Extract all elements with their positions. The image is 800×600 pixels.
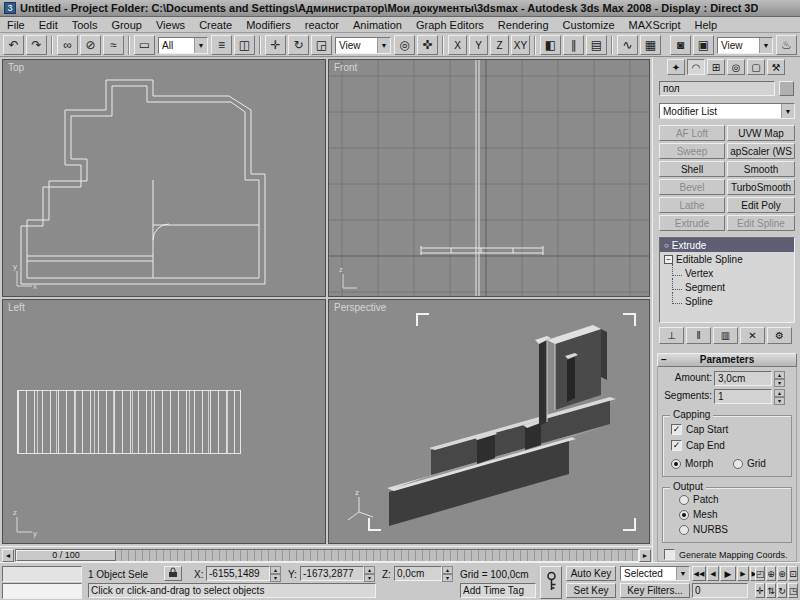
modifier-button-turbosmooth[interactable]: TurboSmooth <box>727 179 795 195</box>
arc-rotate-button[interactable]: ↻ <box>777 583 787 598</box>
modifier-button-edit-poly[interactable]: Edit Poly <box>727 197 795 213</box>
menu-views[interactable]: Views <box>149 19 192 31</box>
tab-modify[interactable]: ◠ <box>687 59 705 75</box>
z-coord-spinner[interactable]: ▴▾ <box>442 566 453 581</box>
selection-lock-button[interactable] <box>164 566 182 581</box>
menu-file[interactable]: File <box>0 19 32 31</box>
window-crossing-button[interactable]: ◫ <box>234 35 255 55</box>
nurbs-radio-row[interactable]: NURBS <box>679 524 728 535</box>
tab-display[interactable]: ▢ <box>747 59 765 75</box>
stack-item-extrude[interactable]: ○ Extrude <box>660 238 794 252</box>
z-coord-field[interactable]: 0,0cm <box>394 566 442 581</box>
rectangular-region-button[interactable]: ▭ <box>134 35 155 55</box>
pivot-center-button[interactable]: ◎ <box>394 35 415 55</box>
render-setup-button[interactable]: ▣ <box>693 35 714 55</box>
zoom-all-button[interactable]: ⊛ <box>777 566 787 581</box>
menu-rendering[interactable]: Rendering <box>491 19 556 31</box>
generate-mapping-checkbox[interactable] <box>664 549 675 560</box>
modifier-button-edit-spline[interactable]: Edit Spline <box>727 215 795 231</box>
segments-field[interactable]: 1 <box>714 389 772 404</box>
mesh-radio[interactable] <box>679 510 689 520</box>
menu-tools[interactable]: Tools <box>65 19 105 31</box>
axis-z-button[interactable]: Z <box>490 35 509 55</box>
zoom-region-button[interactable]: ◰ <box>755 566 765 581</box>
remove-modifier-button[interactable]: ✕ <box>740 327 765 344</box>
render-type-combo[interactable]: View ▼ <box>717 37 773 54</box>
tab-utilities[interactable]: ⚒ <box>767 59 785 75</box>
object-color-swatch[interactable] <box>779 81 794 96</box>
menu-maxscript[interactable]: MAXScript <box>622 19 688 31</box>
maxscript-mini-listener-bottom[interactable] <box>2 583 82 599</box>
make-unique-button[interactable]: ▥ <box>713 327 738 344</box>
select-scale-button[interactable]: ◲ <box>311 35 332 55</box>
show-end-result-button[interactable]: ‖ <box>686 327 711 344</box>
redo-button[interactable]: ↷ <box>26 35 47 55</box>
previous-frame-button[interactable]: ◀ <box>707 566 719 581</box>
modifier-button-bevel[interactable]: Bevel <box>659 179 725 195</box>
pin-stack-button[interactable]: ⊥ <box>659 327 684 344</box>
bulb-icon[interactable]: ○ <box>664 241 669 250</box>
select-rotate-button[interactable]: ↻ <box>288 35 309 55</box>
menu-group[interactable]: Group <box>104 19 149 31</box>
menu-modifiers[interactable]: Modifiers <box>239 19 298 31</box>
patch-radio-row[interactable]: Patch <box>679 494 719 505</box>
quick-render-button[interactable]: ♨ <box>776 35 797 55</box>
select-by-name-button[interactable]: ≡ <box>211 35 232 55</box>
set-key-button[interactable]: Set Key <box>566 583 616 598</box>
undo-button[interactable]: ↶ <box>3 35 24 55</box>
mirror-button[interactable]: ◧ <box>540 35 561 55</box>
pan-button[interactable]: ✛ <box>755 583 765 598</box>
grid-radio[interactable] <box>733 459 743 469</box>
object-name-field[interactable]: пол <box>659 81 775 96</box>
expander-minus-icon[interactable]: − <box>664 255 673 264</box>
modifier-button-smooth[interactable]: Smooth <box>727 161 795 177</box>
segments-spinner[interactable]: ▴ ▾ <box>774 389 785 404</box>
menu-animation[interactable]: Animation <box>346 19 409 31</box>
modifier-button-sweep[interactable]: Sweep <box>659 143 725 159</box>
axis-xy-button[interactable]: XY <box>511 35 530 55</box>
cap-start-row[interactable]: ✓ Cap Start <box>671 424 728 435</box>
manipulate-button[interactable]: ✜ <box>417 35 438 55</box>
y-coord-field[interactable]: -1673,2877 <box>300 566 364 581</box>
tab-create[interactable]: ✦ <box>667 59 685 75</box>
viewport-top[interactable]: Top x y <box>2 59 326 297</box>
key-filters-button[interactable]: Key Filters... <box>620 583 690 598</box>
menu-edit[interactable]: Edit <box>32 19 65 31</box>
schematic-view-button[interactable]: ▦ <box>640 35 661 55</box>
auto-key-button[interactable]: Auto Key <box>566 566 616 581</box>
amount-spinner[interactable]: ▴ ▾ <box>774 371 785 386</box>
time-slider[interactable]: 0 / 100 <box>16 550 116 561</box>
menu-reactor[interactable]: reactor <box>298 19 346 31</box>
cap-end-checkbox[interactable]: ✓ <box>671 440 682 451</box>
modifier-button-mapscaler[interactable]: apScaler (WS <box>727 143 795 159</box>
current-frame-field[interactable]: 0 <box>692 583 748 598</box>
material-editor-button[interactable]: ◙ <box>670 35 691 55</box>
walk-through-button[interactable]: ⇅ <box>766 583 776 598</box>
viewport-perspective[interactable]: Perspective z <box>328 299 650 544</box>
play-button[interactable]: ▶ <box>720 566 736 581</box>
axis-y-button[interactable]: Y <box>469 35 488 55</box>
modifier-button-af-loft[interactable]: AF Loft <box>659 125 725 141</box>
menu-create[interactable]: Create <box>192 19 239 31</box>
curve-editor-button[interactable]: ∿ <box>617 35 638 55</box>
cap-end-row[interactable]: ✓ Cap End <box>671 440 725 451</box>
viewport-perspective-label[interactable]: Perspective <box>334 302 386 313</box>
bind-spacewarp-button[interactable]: ≈ <box>103 35 124 55</box>
add-time-tag[interactable]: Add Time Tag <box>460 583 536 598</box>
mesh-radio-row[interactable]: Mesh <box>679 509 717 520</box>
stack-item-spline[interactable]: Spline <box>660 294 794 308</box>
menu-graph-editors[interactable]: Graph Editors <box>409 19 491 31</box>
modifier-button-uvw-map[interactable]: UVW Map <box>727 125 795 141</box>
menu-help[interactable]: Help <box>688 19 725 31</box>
zoom-button[interactable]: ⊕ <box>766 566 776 581</box>
x-coord-field[interactable]: -6155,1489 <box>206 566 270 581</box>
modifier-list-combo[interactable]: Modifier List ▼ <box>659 103 795 119</box>
go-to-start-button[interactable]: ◀◀ <box>692 566 706 581</box>
keyboard-override-button[interactable] <box>540 566 562 599</box>
viewport-front-label[interactable]: Front <box>334 62 357 73</box>
viewport-front[interactable]: Front z <box>328 59 650 297</box>
layer-manager-button[interactable]: ▤ <box>586 35 607 55</box>
viewport-left[interactable]: Left z y <box>2 299 326 544</box>
modifier-button-extrude[interactable]: Extrude <box>659 215 725 231</box>
morph-radio[interactable] <box>671 459 681 469</box>
